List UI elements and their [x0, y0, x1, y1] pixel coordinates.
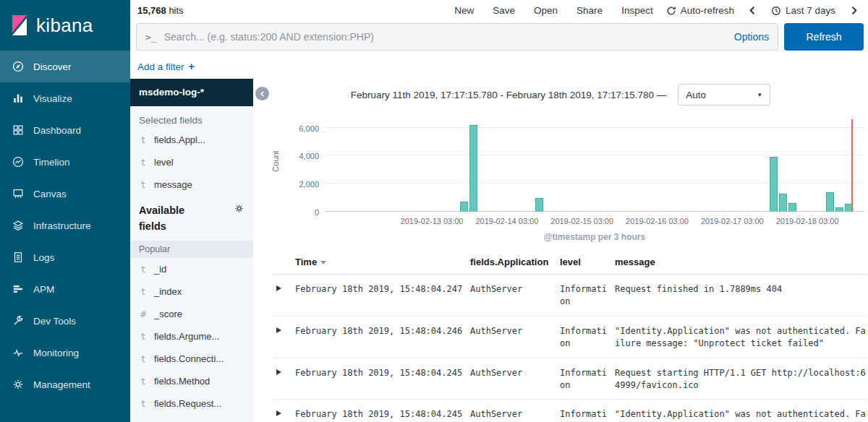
hits-number: 15,768	[137, 5, 166, 16]
histogram-bar[interactable]	[779, 194, 787, 212]
layers-icon	[12, 219, 25, 232]
field-item--id[interactable]: t_id	[130, 258, 253, 280]
field-type-badge: t	[139, 157, 148, 168]
x-tick-label: 2019-02-15 03:00	[550, 217, 613, 225]
histogram-bar[interactable]	[835, 207, 843, 212]
cell-message: Request starting HTTP/1.1 GET http://loc…	[615, 367, 867, 392]
field-item-fields-method[interactable]: tfields.Method	[130, 370, 253, 392]
interval-value: Auto	[686, 90, 706, 100]
cell-time: February 18th 2019, 15:48:04.247	[295, 283, 470, 309]
expand-row-button[interactable]	[273, 408, 295, 422]
y-tick-label: 4,000	[299, 152, 319, 160]
heartbeat-icon	[12, 346, 25, 359]
column-header-label: Time	[295, 257, 317, 267]
field-name: message	[154, 179, 192, 190]
histogram-bar[interactable]	[770, 157, 778, 212]
nav-item-timelion[interactable]: Timelion	[0, 146, 130, 178]
refresh-button[interactable]: Refresh	[784, 23, 864, 51]
nav-item-dashboard[interactable]: Dashboard	[0, 114, 130, 146]
x-tick-label: 2019-02-14 03:00	[475, 217, 538, 225]
nav-item-management[interactable]: Management	[0, 369, 130, 400]
field-type-badge: t	[139, 264, 148, 275]
cell-message: "Identity.Application" was not authentic…	[615, 408, 867, 422]
table-row: February 18th 2019, 15:48:04.246AuthServ…	[273, 316, 867, 358]
histogram-bar[interactable]	[826, 192, 834, 212]
popular-fields-header: Popular	[130, 241, 253, 258]
chart-plot-area[interactable]: 02,0004,0006,0002019-02-13 03:002019-02-…	[326, 119, 864, 212]
expand-row-button[interactable]	[273, 283, 295, 309]
field-name: level	[154, 157, 174, 168]
menu-item-save[interactable]: Save	[493, 5, 515, 16]
column-header-message[interactable]: message	[615, 257, 867, 267]
field-item-fields-appl-[interactable]: tfields.Appl...	[130, 129, 253, 151]
caret-down-icon: ▼	[757, 92, 762, 98]
time-picker-button[interactable]: Last 7 days	[771, 5, 835, 16]
time-step-forward-button[interactable]	[848, 5, 859, 16]
histogram-bar[interactable]	[469, 125, 477, 212]
nav-item-infrastructure[interactable]: Infrastructure	[0, 210, 130, 241]
hits-count: 15,768 hits	[137, 5, 184, 16]
cell-message: Request finished in 1.7889ms 404	[615, 283, 867, 309]
cell-message: "Identity.Application" was not authentic…	[615, 325, 867, 350]
auto-refresh-button[interactable]: Auto-refresh	[666, 5, 734, 16]
field-settings-gear-icon[interactable]	[234, 203, 244, 214]
index-pattern-selector[interactable]: msdemo-log-*	[130, 79, 253, 106]
hits-label: hits	[169, 5, 183, 16]
field-type-badge: #	[139, 309, 148, 319]
time-step-back-button[interactable]	[747, 5, 758, 16]
add-filter-link[interactable]: Add a filter +	[137, 60, 195, 72]
field-item-message[interactable]: tmessage	[130, 173, 253, 196]
kibana-logo[interactable]: kibana	[0, 0, 130, 51]
cell-time: February 18th 2019, 15:48:04.246	[295, 325, 470, 350]
field-item-fields-argume-[interactable]: tfields.Argume...	[130, 325, 253, 348]
menu-item-open[interactable]: Open	[534, 5, 558, 16]
histogram-bar[interactable]	[788, 203, 796, 212]
field-type-badge: t	[139, 398, 148, 409]
nav-item-apm[interactable]: APM	[0, 273, 130, 305]
nav-item-label: Visualize	[33, 93, 72, 104]
field-type-badge: t	[139, 179, 148, 190]
expand-row-button[interactable]	[273, 325, 295, 350]
nav-item-visualize[interactable]: Visualize	[0, 82, 130, 114]
global-nav-list: DiscoverVisualizeDashboardTimelionCanvas…	[0, 51, 130, 400]
add-filter-label: Add a filter	[137, 61, 184, 72]
nav-item-discover[interactable]: Discover	[0, 51, 130, 82]
field-item-fields-connecti-[interactable]: tfields.Connecti...	[130, 348, 253, 370]
menu-item-share[interactable]: Share	[576, 5, 603, 16]
plus-icon: +	[188, 60, 195, 72]
field-item--score[interactable]: #_score	[130, 303, 253, 325]
field-type-badge: t	[139, 134, 148, 145]
collapse-fields-panel-button[interactable]	[255, 87, 269, 100]
field-item--index[interactable]: t_index	[130, 280, 253, 303]
chevron-left-icon	[259, 90, 266, 98]
options-link[interactable]: Options	[728, 31, 769, 43]
nav-item-label: Timelion	[33, 157, 70, 168]
nav-item-dev-tools[interactable]: Dev Tools	[0, 305, 130, 337]
column-header-level[interactable]: level	[560, 257, 615, 267]
nav-item-label: Dev Tools	[33, 316, 76, 327]
popular-fields-list: t_idt_index#_scoretfields.Argume...tfiel…	[130, 258, 253, 415]
histogram-bar[interactable]	[460, 202, 468, 212]
menu-item-inspect[interactable]: Inspect	[621, 5, 653, 16]
histogram-bar[interactable]	[535, 198, 543, 212]
nav-item-canvas[interactable]: Canvas	[0, 178, 130, 210]
interval-select[interactable]: Auto ▼	[678, 84, 770, 106]
cell-fields-application: AuthServer	[470, 283, 560, 309]
fields-sidebar: msdemo-log-* Selected fields tfields.App…	[130, 79, 253, 422]
column-header-time[interactable]: Time	[295, 257, 470, 267]
expand-row-button[interactable]	[273, 367, 295, 392]
nav-item-label: Management	[33, 379, 90, 390]
menu-item-new[interactable]: New	[454, 5, 474, 16]
column-header-fields-application[interactable]: fields.Application	[470, 257, 560, 267]
table-row: February 18th 2019, 15:48:04.245AuthServ…	[273, 358, 867, 400]
column-header-label: message	[615, 257, 655, 267]
nav-item-monitoring[interactable]: Monitoring	[0, 337, 130, 369]
time-picker-label: Last 7 days	[786, 5, 835, 16]
search-input[interactable]	[164, 31, 721, 43]
field-item-level[interactable]: tlevel	[130, 151, 253, 173]
field-item-fields-request-[interactable]: tfields.Request...	[130, 392, 253, 415]
discover-main: February 11th 2019, 17:17:15.780 - Febru…	[253, 79, 868, 422]
cell-fields-application: AuthServer	[470, 408, 560, 422]
nav-item-logs[interactable]: Logs	[0, 241, 130, 273]
search-bar: >_ Options	[136, 23, 778, 51]
